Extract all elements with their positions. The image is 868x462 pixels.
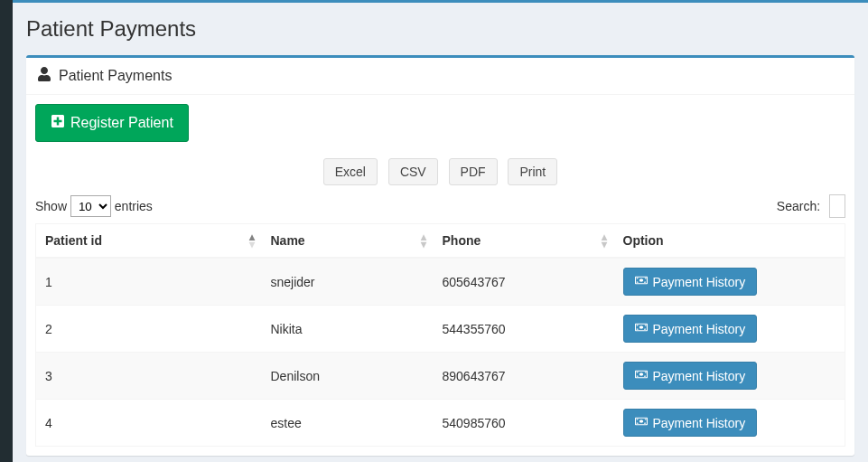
content-header: Patient Payments xyxy=(13,3,868,42)
money-icon xyxy=(635,321,648,336)
export-csv-button[interactable]: CSV xyxy=(388,158,438,185)
content-wrapper: Patient Payments Patient Payments Regist… xyxy=(13,0,868,462)
sort-icon xyxy=(421,233,426,248)
col-name[interactable]: Name xyxy=(262,224,434,259)
col-option: Option xyxy=(614,224,845,259)
length-control: Show 10 entries xyxy=(35,195,153,217)
panel-title: Patient Payments xyxy=(59,68,172,84)
payment-history-button[interactable]: Payment History xyxy=(623,409,758,437)
table-row: 1 snejider 605643767 Payment History xyxy=(36,258,845,306)
cell-name: Denilson xyxy=(262,353,434,400)
export-print-button[interactable]: Print xyxy=(508,158,557,185)
cell-option: Payment History xyxy=(614,258,845,306)
content: Patient Payments Register Patient Excel … xyxy=(13,42,868,462)
search-control: Search: xyxy=(777,194,845,218)
sort-icon xyxy=(602,233,607,248)
payment-history-button[interactable]: Payment History xyxy=(623,268,758,296)
panel-body: Register Patient Excel CSV PDF Print Sho… xyxy=(26,95,854,456)
cell-option: Payment History xyxy=(614,306,845,353)
page-title: Patient Payments xyxy=(26,16,854,42)
export-excel-button[interactable]: Excel xyxy=(323,158,378,185)
datatable-controls: Show 10 entries Search: xyxy=(35,194,845,218)
cell-name: Nikita xyxy=(262,306,434,353)
search-label: Search: xyxy=(777,199,820,213)
cell-id: 4 xyxy=(36,400,262,447)
cell-phone: 544355760 xyxy=(434,306,614,353)
cell-id: 2 xyxy=(36,306,262,353)
money-icon xyxy=(635,415,648,430)
export-pdf-button[interactable]: PDF xyxy=(449,158,498,185)
left-nav-strip xyxy=(0,0,13,462)
show-label: Show xyxy=(35,199,67,213)
table-row: 2 Nikita 544355760 Payment History xyxy=(36,306,845,353)
panel: Patient Payments Register Patient Excel … xyxy=(26,55,854,456)
plus-square-icon xyxy=(51,114,65,132)
col-patient-id[interactable]: Patient id xyxy=(36,224,262,259)
payment-history-button[interactable]: Payment History xyxy=(623,362,758,390)
sort-icon xyxy=(249,233,255,248)
user-icon xyxy=(37,67,51,85)
cell-phone: 890643767 xyxy=(434,353,614,400)
search-input[interactable] xyxy=(829,194,845,218)
export-buttons: Excel CSV PDF Print xyxy=(35,158,845,185)
patients-table: Patient id Name Phone xyxy=(35,223,845,447)
payment-history-button[interactable]: Payment History xyxy=(623,315,758,343)
cell-id: 3 xyxy=(36,353,262,400)
money-icon xyxy=(635,274,648,289)
cell-name: snejider xyxy=(262,258,434,306)
cell-name: estee xyxy=(262,400,434,447)
table-header-row: Patient id Name Phone xyxy=(36,224,845,259)
money-icon xyxy=(635,368,648,383)
col-phone[interactable]: Phone xyxy=(434,224,614,259)
cell-option: Payment History xyxy=(614,353,845,400)
cell-id: 1 xyxy=(36,258,262,306)
register-patient-label: Register Patient xyxy=(70,115,173,131)
table-body: 1 snejider 605643767 Payment History xyxy=(36,258,845,447)
cell-option: Payment History xyxy=(614,400,845,447)
cell-phone: 540985760 xyxy=(434,400,614,447)
cell-phone: 605643767 xyxy=(434,258,614,306)
table-row: 3 Denilson 890643767 Payment History xyxy=(36,353,845,400)
panel-header: Patient Payments xyxy=(26,58,854,95)
page-length-select[interactable]: 10 xyxy=(70,195,111,217)
table-row: 4 estee 540985760 Payment History xyxy=(36,400,845,447)
register-patient-button[interactable]: Register Patient xyxy=(35,104,189,142)
entries-label: entries xyxy=(115,199,153,213)
